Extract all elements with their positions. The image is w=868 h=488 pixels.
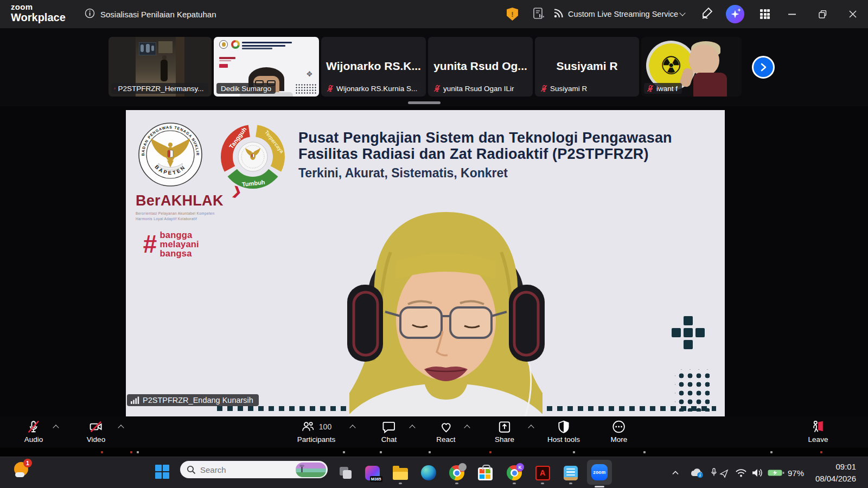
chat-button[interactable]: Chat <box>381 419 397 444</box>
widgets-weather-icon[interactable]: 1 <box>14 461 30 477</box>
slide-tagline: Terkini, Akurat, Sistematis, Konkret <box>298 166 672 181</box>
location-in-use-icon <box>720 470 727 477</box>
filmstrip-drag-handle[interactable] <box>408 101 441 104</box>
participant-name: Susiyami R <box>550 85 587 93</box>
participant-name: Wijonarko RS.Kurnia S... <box>336 85 417 93</box>
taskbar-edge-icon[interactable] <box>418 462 439 484</box>
close-button[interactable] <box>838 0 868 28</box>
video-tile-yunita[interactable]: yunita Rsud Og... yunita Rsud Ogan ILir <box>428 37 533 97</box>
participants-icon <box>301 420 315 434</box>
berakhlak-arrow-icon: ❯ <box>231 184 243 198</box>
plus-dots-decoration <box>672 316 706 350</box>
clock-date: 08/04/2026 <box>815 473 856 485</box>
tray-mic-location-icons[interactable] <box>711 457 729 488</box>
audio-button[interactable]: Audio <box>24 419 43 444</box>
video-tile-iwant[interactable]: ☢ iwant f <box>641 37 742 97</box>
taskbar-chrome-icon[interactable] <box>446 462 468 484</box>
participants-button[interactable]: 100 Participants <box>297 419 336 444</box>
minimize-button[interactable] <box>777 0 807 28</box>
tray-wifi-icon[interactable] <box>735 457 747 488</box>
main-speaker-video[interactable]: BADAN PENGAWAS TENAGA NUKLIR BAPETEN Tan… <box>126 110 725 416</box>
taskbar-store-icon[interactable] <box>474 462 496 484</box>
connection-signal-icon <box>131 396 139 404</box>
video-tile-dedik[interactable]: ✥ Dedik Sumargo <box>214 37 319 97</box>
live-stream-icon <box>553 8 564 21</box>
react-button[interactable]: React <box>436 419 455 444</box>
search-highlight-image[interactable] <box>296 463 326 477</box>
meeting-info-icon[interactable] <box>85 8 95 21</box>
windows-taskbar: 1 M365 K A zoom <box>0 457 868 488</box>
muted-mic-icon <box>647 85 654 92</box>
search-box[interactable] <box>180 461 328 478</box>
participant-name-tag: P2STPFRZR_Hermansy... <box>111 83 208 94</box>
search-input[interactable] <box>200 465 292 474</box>
hashtag-icon: # <box>143 233 157 255</box>
speaker-icon <box>751 468 763 478</box>
leave-button[interactable]: Leave <box>808 419 828 444</box>
slide-title-block: Pusat Pengkajian Sistem dan Teknologi Pe… <box>298 130 672 181</box>
live-stream-chevron-icon[interactable] <box>679 10 685 16</box>
video-options-chevron[interactable] <box>118 424 124 429</box>
taskbar-acrobat-icon[interactable]: A <box>532 462 553 484</box>
audio-options-chevron[interactable] <box>53 424 59 429</box>
participants-options-chevron[interactable] <box>350 424 355 429</box>
berakhlak-wordmark: BerAKHLAK <box>136 192 224 209</box>
zoom-app-icon: zoom <box>591 464 608 480</box>
annotate-pen-icon[interactable] <box>700 6 714 22</box>
muted-mic-icon <box>114 85 116 92</box>
heart-icon <box>439 420 453 434</box>
more-ellipsis-icon <box>612 420 626 434</box>
restore-button[interactable] <box>807 0 838 28</box>
hashtag-line2: melayani <box>160 240 199 249</box>
cloud-icon: i <box>689 467 704 478</box>
taskbar-notepad-icon[interactable] <box>560 462 582 484</box>
taskbar-file-explorer-icon[interactable] <box>390 462 411 484</box>
battery-charging-icon <box>768 468 784 477</box>
host-tools-button[interactable]: Host tools <box>547 419 580 444</box>
tray-clock[interactable]: 09:01 08/04/2026 <box>815 461 856 485</box>
tray-show-hidden-icons[interactable] <box>672 457 679 488</box>
start-button[interactable] <box>155 465 169 479</box>
tray-onedrive-icon[interactable]: i <box>689 457 704 488</box>
video-tile-wijonarko[interactable]: Wijonarko RS.K... Wijonarko RS.Kurnia S.… <box>321 37 426 97</box>
window-edge-sliver <box>0 448 868 457</box>
react-options-chevron[interactable] <box>464 424 470 429</box>
display-name: Susiyami R <box>535 60 639 73</box>
tray-battery[interactable]: 97% <box>768 457 804 488</box>
apps-icon[interactable] <box>753 0 777 28</box>
security-warning-icon[interactable]: ! <box>507 8 518 21</box>
drag-handle-icon[interactable]: ✥ <box>307 70 314 78</box>
notification-badge: 1 <box>23 459 32 467</box>
share-options-chevron[interactable] <box>528 424 534 429</box>
speaker-name: P2STPFRZR_Endang Kunarsih <box>143 396 253 404</box>
taskbar-task-view-icon[interactable] <box>335 462 356 484</box>
video-tile-susiyami[interactable]: Susiyami R Susiyami R <box>535 37 639 97</box>
battery-percent: 97% <box>788 468 804 478</box>
more-button[interactable]: More <box>611 419 628 444</box>
leave-icon <box>811 420 825 434</box>
muted-mic-icon <box>540 85 548 92</box>
next-page-button[interactable] <box>752 56 775 79</box>
taskbar-chrome2-icon[interactable]: K <box>503 462 525 484</box>
speaker-webcam-video <box>331 209 561 416</box>
captions-transcript-icon[interactable] <box>532 7 545 22</box>
zoom-meeting-window: zoom Workplace Sosialisasi Penilaian Kep… <box>0 0 868 488</box>
taskbar-m365-icon[interactable]: M365 <box>361 462 383 484</box>
video-tile-hermansyah[interactable]: P2STPFRZR_Hermansy... <box>108 37 212 97</box>
participant-name: yunita Rsud Ogan ILir <box>443 85 514 93</box>
ai-companion-icon[interactable] <box>726 5 744 23</box>
participant-name-tag: iwant f <box>644 83 682 94</box>
chevron-up-icon <box>672 470 679 476</box>
m365-label: M365 <box>370 476 382 482</box>
host-tools-shield-icon <box>557 420 571 434</box>
speaker-name-tag: P2STPFRZR_Endang Kunarsih <box>127 394 259 406</box>
tray-volume-icon[interactable] <box>751 457 763 488</box>
share-button[interactable]: Share <box>495 419 514 444</box>
meeting-title: Sosialisasi Penilaian Kepatuhan <box>100 10 216 19</box>
slide-title-line2: Fasilitas Radiasi dan Zat Radioaktif (P2… <box>298 146 672 162</box>
video-button[interactable]: Video <box>87 419 105 444</box>
brand-workplace: Workplace <box>11 12 66 23</box>
chat-options-chevron[interactable] <box>410 424 415 429</box>
grid-dots-decoration <box>675 369 710 412</box>
taskbar-zoom-icon-active[interactable]: zoom <box>587 460 612 485</box>
